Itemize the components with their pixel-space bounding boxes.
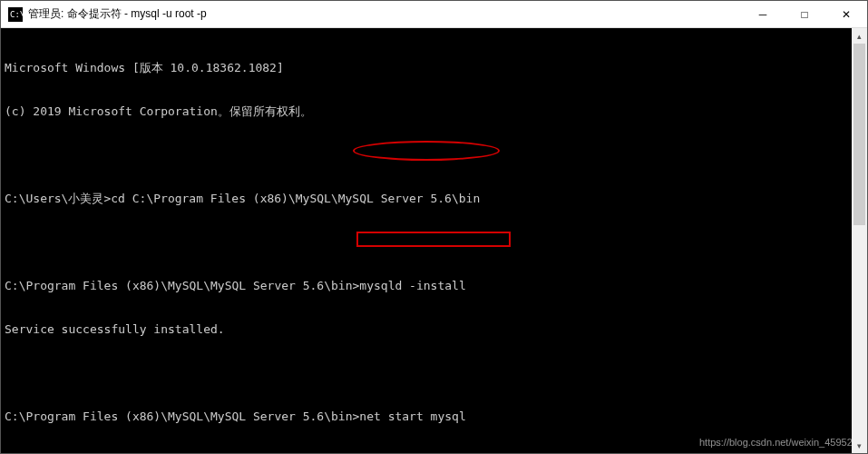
minimize-button[interactable]: ─	[742, 1, 784, 28]
scroll-thumb[interactable]	[853, 44, 865, 225]
terminal-line	[5, 366, 867, 380]
terminal-line: C:\Users\小美灵>cd C:\Program Files (x86)\M…	[5, 192, 867, 206]
terminal-line	[5, 235, 867, 250]
terminal-line: C:\Program Files (x86)\MySQL\MySQL Serve…	[5, 279, 867, 293]
close-button[interactable]: ✕	[825, 1, 867, 28]
maximize-button[interactable]: □	[784, 1, 825, 28]
watermark-text: https://blog.csdn.net/weixin_4595205	[699, 435, 863, 449]
cmd-icon: C:\	[8, 7, 23, 22]
terminal-line: Microsoft Windows [版本 10.0.18362.1082]	[5, 61, 867, 75]
window-title: 管理员: 命令提示符 - mysql -u root -p	[28, 6, 207, 22]
terminal-output[interactable]: Microsoft Windows [版本 10.0.18362.1082] (…	[1, 28, 867, 453]
titlebar[interactable]: C:\ 管理员: 命令提示符 - mysql -u root -p ─ □ ✕	[1, 1, 867, 28]
terminal-line: C:\Program Files (x86)\MySQL\MySQL Serve…	[5, 410, 867, 424]
scroll-down-arrow-icon[interactable]: ▾	[852, 438, 867, 453]
vertical-scrollbar[interactable]: ▴ ▾	[852, 28, 867, 453]
terminal-line	[5, 148, 867, 163]
scroll-track[interactable]	[852, 44, 867, 438]
scroll-up-arrow-icon[interactable]: ▴	[852, 28, 867, 44]
svg-text:C:\: C:\	[10, 10, 23, 19]
terminal-line: Service successfully installed.	[5, 322, 867, 337]
terminal-line: (c) 2019 Microsoft Corporation。保留所有权利。	[5, 104, 867, 119]
app-window: C:\ 管理员: 命令提示符 - mysql -u root -p ─ □ ✕ …	[0, 0, 868, 454]
